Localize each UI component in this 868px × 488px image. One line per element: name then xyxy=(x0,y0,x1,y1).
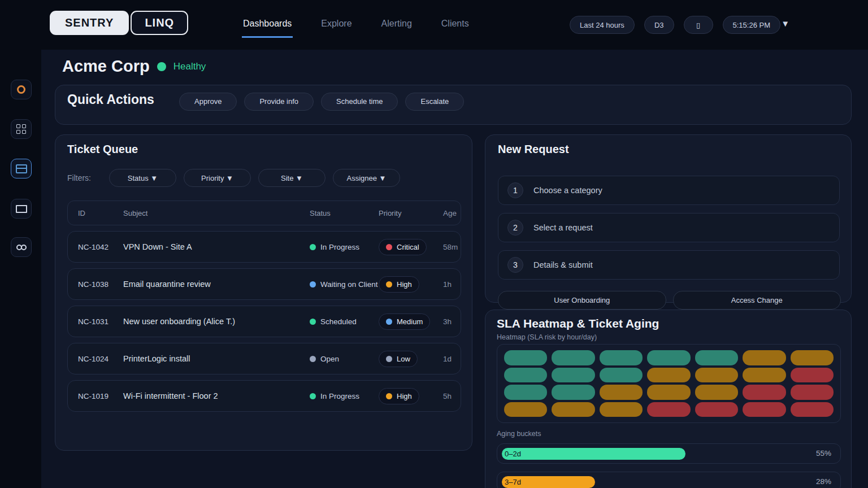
heatmap-cell xyxy=(791,350,834,365)
ticket-id: NC-1031 xyxy=(78,317,123,326)
new-request-panel: New Request 1Choose a category2Select a … xyxy=(485,134,852,303)
step-label: Details & submit xyxy=(533,260,593,269)
table-header: IDSubjectStatusPriorityAge xyxy=(67,201,461,225)
heatmap-cell xyxy=(552,368,594,383)
sla-heatmap-subtitle: Heatmap (SLA risk by hour/day) xyxy=(497,333,597,341)
ticket-queue-title: Ticket Queue xyxy=(67,143,138,156)
access-change-button[interactable]: Access Change xyxy=(673,291,841,310)
client-header: Acme Corp Healthy xyxy=(41,50,868,76)
tab-clients[interactable]: Clients xyxy=(440,15,470,38)
time-range-pill[interactable]: Last 24 hours xyxy=(570,16,635,34)
rows-icon xyxy=(16,164,27,173)
step-number: 3 xyxy=(507,257,523,273)
provide-info-button[interactable]: Provide info xyxy=(244,93,314,111)
table-row[interactable]: NC-1024PrinterLogic installOpenLow1d xyxy=(67,343,461,374)
aging-bucket: 0–2d55% xyxy=(497,443,841,464)
clock-pill[interactable]: 5:15:26 PM xyxy=(723,16,781,34)
heatmap-cell xyxy=(695,350,738,365)
priority-dot xyxy=(386,393,392,399)
aging-bar: 0–2d xyxy=(502,448,685,460)
column-header-priority: Priority xyxy=(379,209,443,217)
step-label: Select a request xyxy=(533,223,593,232)
status-dot xyxy=(310,244,316,250)
user-onboarding-button[interactable]: User Onboarding xyxy=(498,291,666,310)
ticket-subject: PrinterLogic install xyxy=(123,354,310,363)
request-step-1[interactable]: 1Choose a category xyxy=(498,176,840,205)
column-header-age: Age xyxy=(443,209,457,217)
schedule-time-button[interactable]: Schedule time xyxy=(321,93,398,111)
aging-buckets-label: Aging buckets xyxy=(497,430,541,438)
topbar-pills: Last 24 hoursD3▯5:15:26 PM xyxy=(570,16,780,34)
ticket-subject: New user onboarding (Alice T.) xyxy=(123,317,310,326)
heatmap-cell xyxy=(552,385,594,400)
tab-alerting[interactable]: Alerting xyxy=(380,15,413,38)
ticket-id: NC-1042 xyxy=(78,243,123,251)
sidebar-item-apps-grid[interactable] xyxy=(11,119,32,139)
tab-dashboards[interactable]: Dashboards xyxy=(242,15,293,38)
column-header-status: Status xyxy=(310,209,379,217)
heatmap-cell xyxy=(600,368,643,383)
step-number: 2 xyxy=(507,220,523,236)
status-dot xyxy=(310,319,316,325)
ticket-age: 58m xyxy=(443,243,458,251)
status-dot xyxy=(310,356,316,362)
sidebar xyxy=(0,50,41,488)
topbar: SENTRY LINQ DashboardsExploreAlertingCli… xyxy=(0,0,868,50)
ticket-status: Scheduled xyxy=(310,317,379,326)
ticket-filters: Filters: Status ▼Priority ▼Site ▼Assigne… xyxy=(67,169,400,187)
escalate-button[interactable]: Escalate xyxy=(405,93,464,111)
request-step-2[interactable]: 2Select a request xyxy=(498,213,840,242)
heatmap-cell xyxy=(791,368,834,383)
filter-assignee[interactable]: Assignee ▼ xyxy=(333,169,400,187)
priority-dot xyxy=(386,244,392,250)
tab-explore[interactable]: Explore xyxy=(320,15,353,38)
table-row[interactable]: NC-1019Wi-Fi intermittent - Floor 2In Pr… xyxy=(67,380,461,412)
priority-dot xyxy=(386,319,392,325)
heatmap-cell xyxy=(504,385,547,400)
new-request-title: New Request xyxy=(498,143,569,156)
ticket-subject: Wi-Fi intermittent - Floor 2 xyxy=(123,391,310,400)
heatmap-cell xyxy=(791,402,834,417)
approve-button[interactable]: Approve xyxy=(179,93,237,111)
aging-bucket-label: 0–2d xyxy=(502,450,521,458)
heatmap-cell xyxy=(647,350,690,365)
heatmap-cell xyxy=(552,350,594,365)
brand-logos: SENTRY LINQ xyxy=(50,11,188,35)
request-shortcut-buttons: User OnboardingAccess Change xyxy=(498,291,841,310)
heatmap-cell xyxy=(647,368,690,383)
ticket-id: NC-1019 xyxy=(78,392,123,400)
heatmap-cell xyxy=(600,350,643,365)
table-row[interactable]: NC-1042VPN Down - Site AIn ProgressCriti… xyxy=(67,231,461,263)
sidebar-item-ticket-board[interactable] xyxy=(11,159,32,178)
priority-badge: Low xyxy=(379,351,418,367)
placeholder-glyph-pill[interactable]: ▯ xyxy=(684,16,713,34)
sidebar-item-window[interactable] xyxy=(11,199,32,219)
ticket-age: 1h xyxy=(443,280,452,289)
filter-priority[interactable]: Priority ▼ xyxy=(184,169,251,187)
priority-dot xyxy=(386,356,392,362)
sidebar-item-status-ring[interactable] xyxy=(11,80,32,99)
health-status-dot xyxy=(157,62,166,71)
step-label: Choose a category xyxy=(533,186,602,195)
priority-badge: High xyxy=(379,276,419,293)
request-steps: 1Choose a category2Select a request3Deta… xyxy=(498,176,840,280)
grid-icon xyxy=(16,124,26,134)
sidebar-item-automation-loop[interactable] xyxy=(11,237,32,257)
step-number: 1 xyxy=(507,182,523,198)
ticket-priority-cell: High xyxy=(379,388,443,404)
status-dot xyxy=(310,393,316,399)
sla-heatmap-grid xyxy=(497,344,841,423)
priority-badge: Medium xyxy=(379,313,430,330)
table-row[interactable]: NC-1038Email quarantine reviewWaiting on… xyxy=(67,268,461,300)
column-header-subject: Subject xyxy=(123,209,310,217)
table-row[interactable]: NC-1031New user onboarding (Alice T.)Sch… xyxy=(67,306,461,337)
d3-pill[interactable]: D3 xyxy=(644,16,674,34)
filter-site[interactable]: Site ▼ xyxy=(258,169,326,187)
request-step-3[interactable]: 3Details & submit xyxy=(498,250,840,280)
chevron-down-icon[interactable]: ▼ xyxy=(781,19,789,28)
filter-status[interactable]: Status ▼ xyxy=(109,169,176,187)
aging-bucket-percent: 28% xyxy=(816,477,831,486)
ticket-id: NC-1024 xyxy=(78,355,123,363)
ticket-priority-cell: Critical xyxy=(379,239,443,255)
ticket-age: 1d xyxy=(443,355,452,363)
